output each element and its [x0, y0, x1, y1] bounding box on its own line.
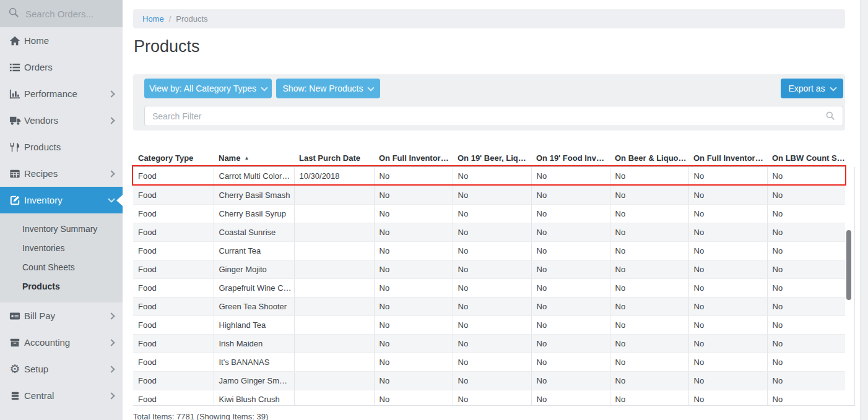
column-header[interactable]: Last Purch Date	[294, 150, 374, 166]
table-cell	[294, 334, 374, 353]
table-cell: No	[688, 390, 767, 406]
column-header[interactable]: On Beer & Liquo…	[610, 150, 688, 166]
table-cell: No	[688, 260, 767, 278]
table-cell: No	[767, 241, 845, 260]
table-row[interactable]: FoodCoastal SunriseNoNoNoNoNoNo	[133, 223, 845, 241]
table-row[interactable]: FoodKiwi Blush CrushNoNoNoNoNoNo	[133, 390, 845, 406]
export-as-button[interactable]: Export as	[781, 79, 843, 98]
table-cell: 10/30/2018	[294, 167, 374, 186]
chevron-down-icon	[368, 84, 375, 91]
truck-icon	[6, 114, 24, 126]
table-cell: No	[767, 297, 845, 315]
table-row[interactable]: FoodIrish MaidenNoNoNoNoNoNo	[133, 334, 845, 353]
sidebar-item-performance[interactable]: Performance	[0, 80, 123, 107]
products-table: FoodCarrot Multi Color…10/30/2018NoNoNoN…	[133, 167, 845, 406]
view-by-dropdown-button[interactable]: View by: All Category Types	[144, 79, 272, 98]
table-cell: Food	[133, 241, 214, 260]
table-cell: No	[688, 334, 767, 353]
table-row[interactable]: FoodJamo Ginger Sm…NoNoNoNoNoNo	[133, 371, 845, 390]
table-cell: No	[374, 204, 453, 223]
table-cell: It's BANANAS	[214, 353, 294, 371]
sidebar-item-vendors[interactable]: Vendors	[0, 107, 123, 134]
table-scrollbar-thumb[interactable]	[846, 230, 851, 300]
column-header-label: On 19' Beer, Liq…	[458, 153, 526, 163]
table-cell: No	[531, 371, 610, 390]
sidebar-item-central[interactable]: Central	[0, 382, 123, 409]
table-cell: No	[610, 390, 688, 406]
sidebar-search[interactable]	[0, 0, 123, 27]
table-header-row: Category TypeName▲Last Purch DateOn Full…	[133, 150, 845, 166]
submenu-item-count-sheets[interactable]: Count Sheets	[0, 258, 123, 277]
table-cell: No	[610, 260, 688, 278]
sidebar-item-orders[interactable]: Orders	[0, 54, 123, 80]
table-cell: No	[767, 371, 845, 390]
table-cell: Food	[133, 353, 214, 371]
table-cell: No	[531, 353, 610, 371]
chevron-down-icon	[261, 84, 267, 91]
table-row[interactable]: FoodCarrot Multi Color…10/30/2018NoNoNoN…	[133, 167, 845, 186]
table-row[interactable]: FoodIt's BANANASNoNoNoNoNoNo	[133, 353, 845, 371]
sort-asc-icon: ▲	[244, 155, 249, 161]
sidebar-item-accounting[interactable]: Accounting	[0, 329, 123, 356]
table-cell: Irish Maiden	[214, 334, 294, 353]
chevron-right-icon	[108, 117, 115, 124]
table-row[interactable]: FoodCherry Basil SmashNoNoNoNoNoNo	[133, 186, 845, 204]
table-row[interactable]: FoodCherry Basil SyrupNoNoNoNoNoNo	[133, 204, 845, 223]
submenu-item-inventory-summary[interactable]: Inventory Summary	[0, 220, 123, 239]
table-cell: No	[453, 390, 531, 406]
sidebar-item-recipes[interactable]: Recipes	[0, 160, 123, 187]
table-cell: No	[531, 315, 610, 334]
breadcrumb-home-link[interactable]: Home	[142, 14, 164, 24]
submenu-item-inventories[interactable]: Inventories	[0, 239, 123, 258]
table-cell: No	[688, 353, 767, 371]
table-cell: No	[453, 167, 531, 186]
table-cell: No	[688, 297, 767, 315]
sidebar-item-inventory[interactable]: Inventory	[0, 187, 123, 213]
search-icon	[8, 7, 19, 20]
table-cell: Green Tea Shooter	[214, 297, 294, 315]
column-header[interactable]: On 19' Food Inv…	[531, 150, 610, 166]
column-header-label: Last Purch Date	[299, 153, 360, 163]
table-body-container[interactable]: FoodCarrot Multi Color…10/30/2018NoNoNoN…	[133, 167, 855, 406]
sidebar-item-label: Accounting	[24, 337, 109, 348]
table-cell: Food	[133, 278, 214, 297]
table-cell: Food	[133, 315, 214, 334]
table-row[interactable]: FoodGreen Tea ShooterNoNoNoNoNoNo	[133, 297, 845, 315]
column-header[interactable]: On 19' Beer, Liq…	[453, 150, 531, 166]
table-cell: Food	[133, 167, 214, 186]
sidebar-item-setup[interactable]: ⚙ Setup	[0, 356, 123, 382]
table-body: FoodCarrot Multi Color…10/30/2018NoNoNoN…	[133, 167, 845, 406]
column-header[interactable]: On Full Inventor…	[688, 150, 767, 166]
bill-icon	[6, 311, 24, 322]
table-cell: No	[374, 278, 453, 297]
items-summary: Total Items: 7781 (Showing Items: 39)	[133, 412, 268, 420]
search-filter-input[interactable]	[144, 106, 843, 126]
table-cell: Food	[133, 204, 214, 223]
gear-icon: ⚙	[6, 363, 24, 375]
table-cell: No	[531, 223, 610, 241]
breadcrumb: Home / Products	[133, 9, 845, 28]
table-cell: No	[688, 315, 767, 334]
column-header-label: On LBW Count S…	[772, 153, 845, 163]
submenu-item-products[interactable]: Products	[0, 277, 123, 296]
column-header[interactable]: Name▲	[214, 150, 294, 166]
column-header[interactable]: On LBW Count S…	[767, 150, 845, 166]
show-dropdown-button[interactable]: Show: New Products	[276, 79, 380, 98]
search-orders-input[interactable]	[25, 9, 112, 19]
table-cell: Cherry Basil Smash	[214, 186, 294, 204]
table-row[interactable]: FoodCurrant TeaNoNoNoNoNoNo	[133, 241, 845, 260]
table-cell: Ginger Mojito	[214, 260, 294, 278]
column-header[interactable]: Category Type	[133, 150, 214, 166]
table-row[interactable]: FoodGrapefruit Wine C…NoNoNoNoNoNo	[133, 278, 845, 297]
table-cell: No	[374, 167, 453, 186]
column-header[interactable]: On Full Inventor…	[374, 150, 453, 166]
sidebar-item-home[interactable]: Home	[0, 27, 123, 54]
table-row[interactable]: FoodHighland TeaNoNoNoNoNoNo	[133, 315, 845, 334]
table-row[interactable]: FoodGinger MojitoNoNoNoNoNoNo	[133, 260, 845, 278]
table-cell: Food	[133, 334, 214, 353]
column-header-label: On Full Inventor…	[693, 153, 763, 163]
sidebar-item-bill-pay[interactable]: Bill Pay	[0, 302, 123, 329]
view-by-label: View by: All Category Types	[149, 84, 256, 93]
table-cell: Grapefruit Wine C…	[214, 278, 294, 297]
sidebar-item-products[interactable]: Products	[0, 134, 123, 160]
